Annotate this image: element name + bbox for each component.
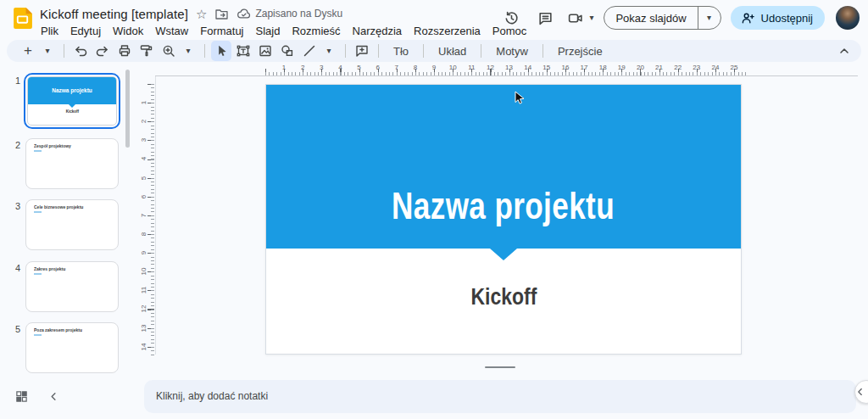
- slide-thumbnail-1[interactable]: Nazwa projektu Kickoff: [24, 73, 120, 129]
- account-avatar[interactable]: [836, 6, 860, 30]
- slide-thumbnail-3[interactable]: Cele biznesowe projektu: [25, 199, 119, 250]
- toolbar: + ▾ ▾: [7, 40, 861, 62]
- theme-button[interactable]: Motyw: [487, 45, 537, 58]
- toolbar-divider: [345, 44, 346, 58]
- menu-widok[interactable]: Widok: [107, 23, 149, 39]
- thumb-placeholder-line: [34, 334, 42, 336]
- slide-subtitle-text[interactable]: Kickoff: [470, 283, 537, 310]
- zoom-caret-icon[interactable]: ▾: [178, 41, 198, 61]
- share-button-label: Udostępnij: [761, 12, 813, 25]
- share-button[interactable]: Udostępnij: [731, 6, 825, 30]
- version-history-icon[interactable]: [499, 6, 523, 30]
- menu-edytuj[interactable]: Edytuj: [64, 23, 107, 39]
- thumb-title: Zespół projektowy: [34, 143, 71, 148]
- thumb-title: Nazwa projektu: [52, 87, 92, 94]
- comments-icon[interactable]: [533, 6, 557, 30]
- filmstrip-scrollbar[interactable]: [125, 70, 130, 148]
- background-button[interactable]: Tło: [384, 45, 418, 58]
- banner-pointer-shape: [490, 249, 517, 260]
- slide-number: 4: [12, 263, 24, 273]
- insert-image-button[interactable]: [255, 41, 275, 61]
- new-slide-button[interactable]: +: [18, 41, 38, 61]
- vertical-ruler-ticks: [143, 84, 154, 356]
- camera-caret-icon[interactable]: ▾: [589, 14, 593, 22]
- thumb-title: Cele biznesowe projektu: [34, 204, 83, 210]
- new-slide-caret-icon[interactable]: ▾: [37, 41, 58, 61]
- person-add-icon: [741, 11, 755, 25]
- toolbar-divider: [481, 44, 481, 58]
- expand-side-panel-button[interactable]: [854, 380, 868, 404]
- cloud-saved-icon: [236, 7, 251, 21]
- slide-canvas[interactable]: Nazwa projektu Kickoff: [265, 84, 742, 355]
- thumb-placeholder-line: [34, 150, 42, 152]
- horizontal-ruler-ticks: [265, 64, 749, 75]
- print-button[interactable]: [114, 41, 135, 61]
- menu-rozmiesc[interactable]: Rozmieść: [286, 23, 346, 39]
- menu-rozszerzenia[interactable]: Rozszerzenia: [408, 23, 487, 39]
- insert-comment-button[interactable]: [352, 41, 372, 61]
- slide-title-text[interactable]: Nazwa projektu: [392, 184, 615, 228]
- thumb-subtitle: Kickoff: [65, 109, 78, 113]
- text-box-button[interactable]: [233, 41, 253, 61]
- slide-number: 2: [12, 140, 24, 150]
- mouse-cursor: [515, 91, 526, 106]
- collapse-filmstrip-icon[interactable]: [48, 391, 59, 402]
- save-status[interactable]: Zapisano na Dysku: [236, 7, 342, 21]
- toolbar-divider: [423, 44, 424, 58]
- toolbar-divider: [64, 44, 64, 58]
- speaker-notes-input[interactable]: Kliknij, aby dodać notatki: [144, 380, 856, 413]
- thumb-placeholder-line: [34, 273, 42, 275]
- slide-number: 3: [12, 201, 24, 211]
- menu-narzedzia[interactable]: Narzędzia: [347, 23, 409, 39]
- zoom-button[interactable]: [159, 41, 179, 61]
- ruler-border: [155, 76, 156, 355]
- line-caret-icon[interactable]: ▾: [319, 41, 339, 61]
- thumb-placeholder-line: [34, 211, 42, 213]
- slide-thumbnail-2[interactable]: Zespół projektowy: [25, 138, 119, 189]
- insert-shape-button[interactable]: [277, 41, 298, 61]
- present-button[interactable]: Pokaz slajdów ▾: [604, 6, 721, 30]
- save-status-text: Zapisano na Dysku: [255, 8, 342, 20]
- videocam-icon: [567, 10, 584, 26]
- present-caret-icon[interactable]: ▾: [698, 14, 721, 22]
- meet-camera-button[interactable]: ▾: [567, 10, 593, 26]
- slide-number: 1: [12, 75, 24, 86]
- select-tool-button[interactable]: [211, 41, 231, 61]
- move-to-folder-icon[interactable]: [214, 7, 229, 21]
- slide-thumbnail-4[interactable]: Zakres projektu: [25, 261, 119, 312]
- insert-line-button[interactable]: [299, 41, 320, 61]
- speaker-notes-placeholder: Kliknij, aby dodać notatki: [156, 390, 268, 402]
- toolbar-divider: [378, 44, 379, 58]
- slide-number: 5: [12, 324, 24, 334]
- google-slides-logo[interactable]: [11, 7, 34, 30]
- menu-bar: Plik Edytuj Widok Wstaw Formatuj Slajd R…: [35, 23, 532, 39]
- redo-button[interactable]: [92, 41, 113, 61]
- paint-format-button[interactable]: [136, 41, 157, 61]
- toolbar-divider: [204, 44, 205, 58]
- menu-wstaw[interactable]: Wstaw: [149, 23, 194, 39]
- present-button-label: Pokaz slajdów: [604, 12, 697, 25]
- hide-menus-button[interactable]: [837, 44, 851, 58]
- thumb-title: Zakres projektu: [34, 266, 65, 271]
- notes-resize-handle[interactable]: [485, 366, 515, 368]
- ruler-border: [155, 75, 858, 76]
- menu-formatuj[interactable]: Formatuj: [194, 23, 249, 39]
- star-icon[interactable]: ☆: [196, 8, 207, 20]
- slide-thumbnail-5[interactable]: Poza zakresem projektu: [25, 322, 119, 373]
- menu-plik[interactable]: Plik: [35, 23, 64, 39]
- thumb-title: Poza zakresem projektu: [34, 327, 82, 332]
- grid-view-button[interactable]: [15, 390, 28, 403]
- undo-button[interactable]: [70, 41, 91, 61]
- transition-button[interactable]: Przejście: [548, 45, 612, 58]
- toolbar-divider: [542, 44, 543, 58]
- document-title[interactable]: Kickoff meeting [template]: [40, 7, 188, 21]
- menu-slajd[interactable]: Slajd: [250, 23, 287, 39]
- layout-button[interactable]: Układ: [429, 45, 476, 58]
